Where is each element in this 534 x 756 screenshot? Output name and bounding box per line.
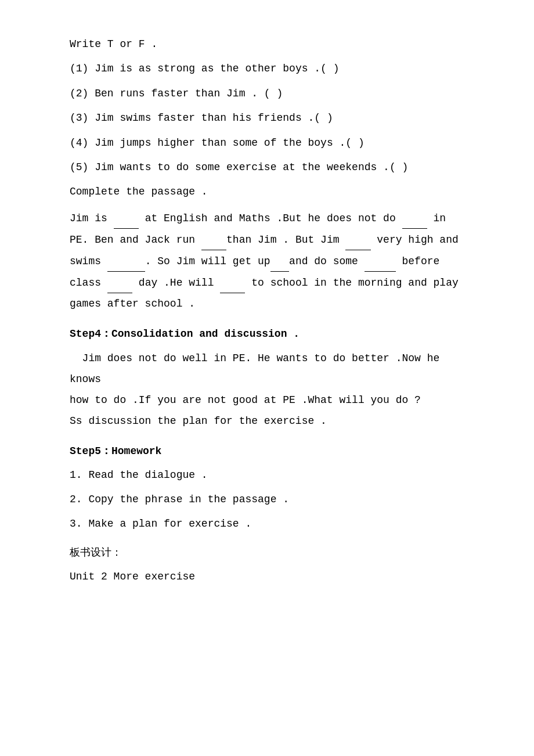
blank-6 <box>270 250 289 272</box>
blank-4 <box>345 229 370 250</box>
passage-section: Jim is at English and Maths .But he does… <box>70 207 464 314</box>
board-label: 板书设计： <box>70 543 464 561</box>
homework-1: 1. Read the dialogue . <box>70 466 464 484</box>
question-3: (3) Jim swims faster than his friends .(… <box>70 109 464 127</box>
page-content: Write T or F . (1) Jim is as strong as t… <box>70 35 464 586</box>
blank-7 <box>365 250 396 272</box>
question-5: (5) Jim wants to do some exercise at the… <box>70 158 464 177</box>
blank-9 <box>220 272 245 293</box>
step4-heading: Step4：Consolidation and discussion . <box>70 325 464 343</box>
step4-section: Step4：Consolidation and discussion . Jim… <box>70 325 464 431</box>
blank-5 <box>107 250 145 272</box>
write-instruction: Write T or F . <box>70 35 464 53</box>
question-4: (4) Jim jumps higher than some of the bo… <box>70 134 464 152</box>
blank-2 <box>402 207 427 229</box>
step5-heading: Step5：Homework <box>70 442 464 460</box>
questions-section: (1) Jim is as strong as the other boys .… <box>70 59 464 177</box>
question-2: (2) Ben runs faster than Jim . ( ) <box>70 84 464 103</box>
homework-3: 3. Make a plan for exercise . <box>70 514 464 533</box>
blank-3 <box>201 229 226 250</box>
question-1: (1) Jim is as strong as the other boys .… <box>70 59 464 78</box>
passage-text: Jim is at English and Maths .But he does… <box>70 207 464 314</box>
board-content: Unit 2 More exercise <box>70 567 464 586</box>
blank-1 <box>114 207 139 229</box>
step5-section: Step5：Homework 1. Read the dialogue . 2.… <box>70 442 464 534</box>
homework-2: 2. Copy the phrase in the passage . <box>70 490 464 509</box>
board-section: 板书设计： Unit 2 More exercise <box>70 543 464 586</box>
step4-text: Jim does not do well in PE. He wants to … <box>70 348 464 431</box>
complete-instruction: Complete the passage . <box>70 182 464 201</box>
blank-8 <box>107 272 132 293</box>
